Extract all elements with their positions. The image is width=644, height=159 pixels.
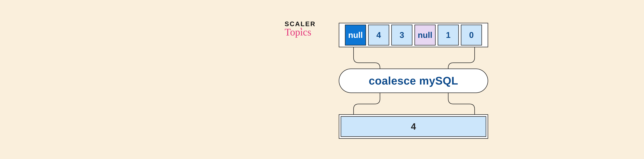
- connectors-top: [339, 47, 488, 69]
- diagram-canvas: SCALER Topics null 4 3 null 1 0 coalesce…: [282, 17, 491, 142]
- connectors-bottom: [339, 93, 488, 115]
- output-value: 4: [411, 122, 416, 132]
- output-box: 4: [339, 114, 488, 139]
- input-cell-2: 3: [391, 24, 412, 46]
- input-cell-1: 4: [368, 24, 389, 46]
- coalesce-function-pill: coalesce mySQL: [339, 68, 488, 93]
- scaler-topics-logo: SCALER Topics: [285, 20, 322, 38]
- input-cell-4: 1: [438, 24, 459, 46]
- input-array-box: null 4 3 null 1 0: [339, 23, 488, 47]
- input-cell-0: null: [345, 24, 366, 46]
- input-cell-3: null: [414, 24, 436, 46]
- output-value-cell: 4: [341, 116, 486, 137]
- logo-svg: SCALER Topics: [285, 20, 322, 38]
- input-cell-5: 0: [461, 24, 482, 46]
- logo-topics-text: Topics: [285, 26, 311, 38]
- function-label: coalesce mySQL: [369, 74, 458, 87]
